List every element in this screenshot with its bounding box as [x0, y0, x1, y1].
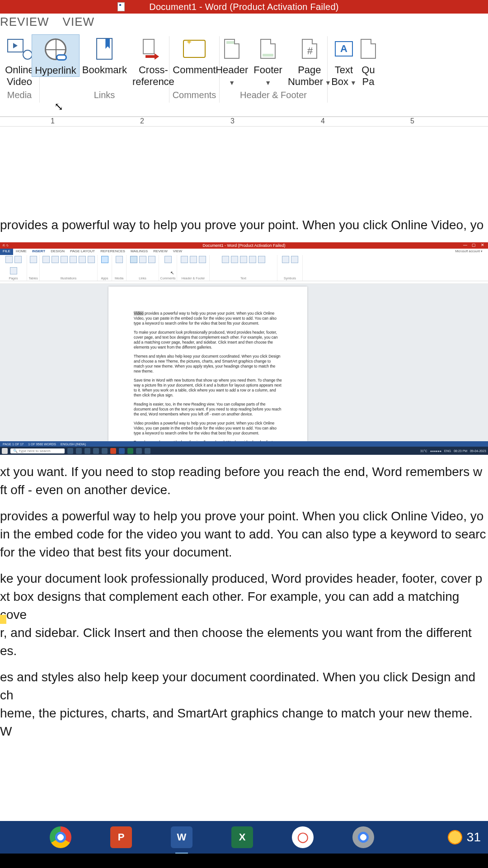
chevron-down-icon: ▼	[265, 79, 271, 86]
mini-status-lang: ENGLISH (INDIA)	[61, 443, 86, 446]
ruler-number: 1	[51, 117, 55, 125]
mini-search-input[interactable]: 🔍 Type here to search	[10, 448, 65, 453]
ruler-number: 4	[321, 117, 325, 125]
window-title: Document1 - Word (Product Activation Fai…	[149, 2, 339, 12]
mini-taskbar[interactable]: 🔍 Type here to search 31°C ●●●●●● ENG 08…	[0, 447, 488, 455]
mini-tab-home[interactable]: HOME	[13, 249, 29, 255]
document-text[interactable]: xt you want. If you need to stop reading…	[0, 463, 488, 741]
header-icon	[224, 39, 239, 59]
mini-qat[interactable]: ⎌ ↻	[3, 243, 9, 247]
tab-view[interactable]: VIEW	[57, 12, 103, 32]
mini-tab-review[interactable]: REVIEW	[150, 249, 170, 255]
mini-taskview-icon[interactable]	[67, 448, 73, 454]
header-button[interactable]: Header▼	[213, 34, 251, 89]
chevron-down-icon: ▼	[229, 79, 235, 86]
bookmark-icon	[96, 38, 113, 60]
mini-app-icon[interactable]	[145, 448, 150, 454]
mini-tab-design[interactable]: DESIGN	[48, 249, 67, 255]
document-canvas[interactable]	[0, 127, 488, 208]
title-bar: Document1 - Word (Product Activation Fai…	[0, 0, 488, 14]
mini-chrome-icon[interactable]	[102, 448, 108, 454]
mini-lang: ENG	[444, 449, 451, 453]
group-label-comments: Comments	[170, 90, 219, 100]
mini-selected-text[interactable]: Video	[134, 311, 144, 316]
document-text[interactable]: provides a powerful way to help you prov…	[0, 216, 488, 234]
taskbar-word-icon[interactable]: W	[171, 826, 192, 848]
taskbar-recorder-icon[interactable]: ◯	[292, 826, 314, 848]
sun-icon	[448, 830, 462, 844]
taskbar-powerpoint-icon[interactable]: P	[110, 826, 132, 848]
mini-tab-page-layout[interactable]: PAGE LAYOUT	[67, 249, 98, 255]
mini-tab-view[interactable]: VIEW	[170, 249, 185, 255]
footer-icon	[260, 39, 276, 59]
comment-icon: ✦	[183, 40, 206, 58]
page-number-icon: #	[302, 39, 317, 59]
tab-review[interactable]: REVIEW	[0, 12, 57, 32]
ruler-number: 3	[230, 117, 235, 125]
hyperlink-icon	[45, 38, 66, 60]
mini-account[interactable]: Microsoft account ▾	[455, 249, 485, 255]
taskbar[interactable]: P W X ◯ 31	[0, 821, 488, 854]
horizontal-ruler[interactable]: 1 2 3 4 5	[0, 117, 488, 127]
mini-title-bar: ⎌ ↻ Document1 - Word (Product Activation…	[0, 242, 488, 249]
taskbar-weather[interactable]: 31	[448, 830, 488, 844]
cropped-icon-fragment	[0, 615, 6, 624]
mini-tab-mailings[interactable]: MAILINGS	[128, 249, 150, 255]
mini-cursor-icon: ↖	[170, 270, 174, 275]
word-doc-icon	[117, 2, 125, 11]
mini-start-icon[interactable]	[2, 448, 8, 454]
group-label-headerfooter: Header & Footer	[220, 90, 327, 100]
mini-tab-file[interactable]: FILE	[0, 249, 13, 255]
comment-button[interactable]: ✦ Comment	[170, 34, 218, 76]
taskbar-temp: 31	[467, 830, 481, 844]
cross-reference-icon	[143, 39, 164, 59]
hyperlink-button[interactable]: Hyperlink	[32, 34, 80, 77]
mini-document-page[interactable]: Video provides a powerful way to help yo…	[108, 287, 307, 441]
mini-status-words: 1 OF 9560 WORDS	[28, 443, 56, 446]
text-box-icon: A	[335, 41, 353, 57]
mini-tab-insert[interactable]: INSERT	[29, 249, 48, 255]
mini-title-text: Document1 - Word (Product Activation Fai…	[203, 243, 286, 248]
mini-edge-icon[interactable]	[84, 448, 90, 454]
bookmark-button[interactable]: Bookmark	[80, 34, 130, 76]
group-label-links: Links	[40, 90, 169, 100]
quick-parts-button[interactable]: Qu Pa	[352, 34, 385, 88]
mini-time: 08:23 PM	[454, 449, 467, 453]
mini-ppt-icon[interactable]	[110, 448, 116, 454]
ruler-number: 2	[140, 117, 144, 125]
mini-status-bar[interactable]: PAGE 1 OF 17 1 OF 9560 WORDS ENGLISH (IN…	[0, 441, 488, 447]
page-number-button[interactable]: # Page Number ▼	[285, 34, 334, 89]
mini-status-page: PAGE 1 OF 17	[3, 443, 23, 446]
mini-window-controls[interactable]: — ▢ ✕	[463, 243, 486, 247]
mini-temp: 31°C	[420, 449, 427, 453]
mini-explorer-icon[interactable]	[76, 448, 82, 454]
online-video-icon	[7, 39, 32, 59]
mouse-cursor-icon: ⤡	[54, 100, 63, 113]
quick-parts-icon	[361, 39, 376, 59]
ruler-number: 5	[410, 117, 414, 125]
mini-hyperlink-button[interactable]	[130, 256, 137, 263]
ribbon: Online Video Media Hyperlink Bookmark Cr…	[0, 32, 488, 117]
mini-date: 09-04-2023	[470, 449, 486, 453]
mini-ribbon-tabs: FILE HOME INSERT DESIGN PAGE LAYOUT REFE…	[0, 249, 488, 255]
mini-folder-icon[interactable]	[93, 448, 99, 454]
mini-document-canvas[interactable]: Video provides a powerful way to help yo…	[0, 284, 488, 441]
mini-ribbon: Pages Tables Illustrations Apps Media Li…	[0, 255, 488, 281]
footer-button[interactable]: Footer▼	[251, 34, 285, 89]
mini-excel-icon[interactable]	[127, 448, 133, 454]
mini-system-tray[interactable]: 31°C ●●●●●● ENG 08:23 PM 09-04-2023	[420, 449, 486, 453]
mini-word-icon[interactable]	[119, 448, 125, 454]
embedded-screenshot: ⎌ ↻ Document1 - Word (Product Activation…	[0, 242, 488, 455]
letterbox-bar	[0, 854, 488, 868]
taskbar-chrome-faded-icon[interactable]	[352, 826, 374, 848]
taskbar-chrome-icon[interactable]	[50, 826, 71, 848]
mini-app-icon[interactable]	[136, 448, 142, 454]
taskbar-excel-icon[interactable]: X	[231, 826, 253, 848]
ribbon-tabs: REVIEW VIEW	[0, 14, 488, 32]
mini-tab-references[interactable]: REFERENCES	[98, 249, 128, 255]
